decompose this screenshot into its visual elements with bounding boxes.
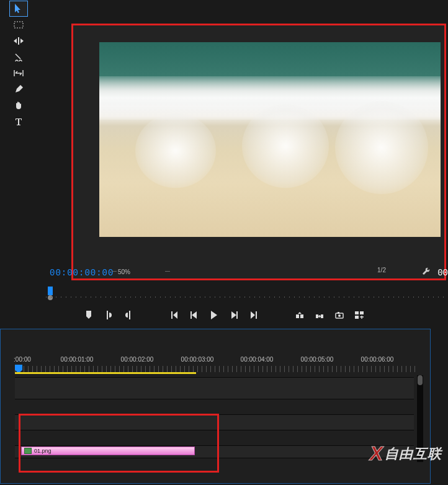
- svg-point-6: [338, 314, 341, 317]
- timeline-clip[interactable]: 01.png: [21, 447, 195, 455]
- extract-button[interactable]: [313, 309, 326, 321]
- tool-palette: [10, 0, 30, 129]
- clip-label: 01.png: [34, 448, 52, 454]
- button-editor-button[interactable]: [353, 309, 365, 321]
- video-track[interactable]: [15, 430, 414, 445]
- resolution-dropdown[interactable]: 1/2: [360, 267, 403, 274]
- transport-controls: [0, 306, 448, 324]
- audio-track[interactable]: [15, 458, 414, 471]
- settings-icon[interactable]: [422, 267, 431, 277]
- svg-rect-9: [360, 311, 364, 314]
- watermark: X自由互联: [370, 442, 442, 465]
- ripple-edit-tool[interactable]: [10, 33, 27, 48]
- mark-out-button[interactable]: [122, 309, 135, 321]
- ruler-tick: 00:00:06:00: [361, 356, 394, 363]
- svg-rect-1: [296, 314, 299, 318]
- scrubber-playhead[interactable]: [48, 287, 53, 295]
- slip-tool[interactable]: [10, 66, 27, 81]
- scrollbar-thumb[interactable]: [418, 375, 423, 385]
- track-select-tool[interactable]: [10, 17, 27, 32]
- svg-rect-2: [300, 314, 303, 318]
- lift-button[interactable]: [293, 309, 306, 321]
- razor-tool[interactable]: [10, 50, 27, 65]
- add-marker-button[interactable]: [83, 309, 95, 321]
- step-back-button[interactable]: [188, 309, 200, 321]
- ruler-tick: :00:00: [14, 356, 31, 363]
- timecode-in[interactable]: 00:00:00:00: [50, 268, 114, 278]
- svg-rect-7: [338, 312, 339, 314]
- timeline-ruler[interactable]: :00:00 00:00:01:00 00:00:02:00 00:00:03:…: [15, 356, 417, 371]
- pen-tool[interactable]: [10, 82, 27, 97]
- ruler-tick: 00:00:01:00: [61, 356, 94, 363]
- svg-rect-10: [355, 316, 359, 319]
- video-track[interactable]: [15, 399, 414, 414]
- svg-rect-0: [14, 22, 23, 28]
- program-scrubber[interactable]: [46, 287, 446, 299]
- svg-rect-3: [316, 314, 318, 318]
- go-to-in-button[interactable]: [168, 309, 181, 321]
- video-track[interactable]: [15, 377, 414, 399]
- svg-rect-4: [321, 314, 323, 318]
- timeline-tracks[interactable]: [15, 377, 414, 481]
- hand-tool[interactable]: [10, 98, 27, 113]
- zoom-level-dropdown[interactable]: 50%: [113, 267, 169, 277]
- work-area-bar[interactable]: [15, 372, 196, 374]
- fx-badge-icon: [24, 448, 32, 454]
- type-tool[interactable]: [10, 114, 27, 129]
- video-track[interactable]: [15, 414, 414, 430]
- ruler-tick: 00:00:05:00: [301, 356, 334, 363]
- ruler-tick: 00:00:04:00: [241, 356, 274, 363]
- play-button[interactable]: [208, 309, 220, 321]
- program-monitor-preview[interactable]: [99, 42, 441, 237]
- selection-tool[interactable]: [10, 1, 27, 16]
- step-forward-button[interactable]: [228, 309, 240, 321]
- export-frame-button[interactable]: [333, 309, 346, 321]
- timecode-out[interactable]: 00: [437, 268, 448, 278]
- mark-in-button[interactable]: [102, 309, 115, 321]
- go-to-out-button[interactable]: [248, 309, 260, 321]
- ruler-tick: 00:00:03:00: [181, 356, 214, 363]
- ruler-tick: 00:00:02:00: [121, 356, 154, 363]
- svg-rect-8: [355, 311, 359, 314]
